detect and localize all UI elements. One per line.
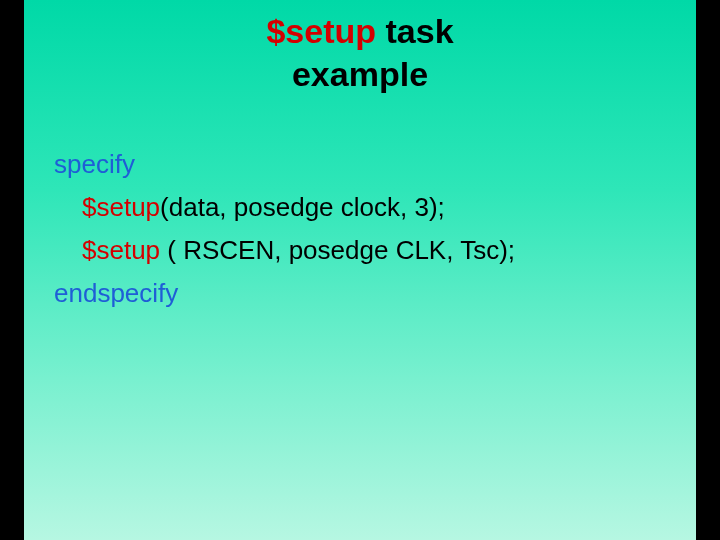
code-block: specify $setup(data, posedge clock, 3); … bbox=[54, 143, 666, 315]
code-line-2-rest: (data, posedge clock, 3); bbox=[160, 192, 445, 222]
title-rest: task bbox=[376, 12, 454, 50]
title-line2: example bbox=[292, 55, 428, 93]
title-setup-keyword: $setup bbox=[266, 12, 376, 50]
code-line-4: endspecify bbox=[54, 272, 666, 315]
code-line-2: $setup(data, posedge clock, 3); bbox=[54, 186, 666, 229]
code-line-3-rest: ( RSCEN, posedge CLK, Tsc); bbox=[160, 235, 515, 265]
endspecify-keyword: endspecify bbox=[54, 278, 178, 308]
slide-title: $setup task example bbox=[54, 10, 666, 95]
slide: $setup task example specify $setup(data,… bbox=[24, 0, 696, 540]
specify-keyword: specify bbox=[54, 149, 135, 179]
setup-keyword-1: $setup bbox=[82, 192, 160, 222]
setup-keyword-2: $setup bbox=[82, 235, 160, 265]
code-line-3: $setup ( RSCEN, posedge CLK, Tsc); bbox=[54, 229, 666, 272]
slide-stage: $setup task example specify $setup(data,… bbox=[0, 0, 720, 540]
code-line-1: specify bbox=[54, 143, 666, 186]
